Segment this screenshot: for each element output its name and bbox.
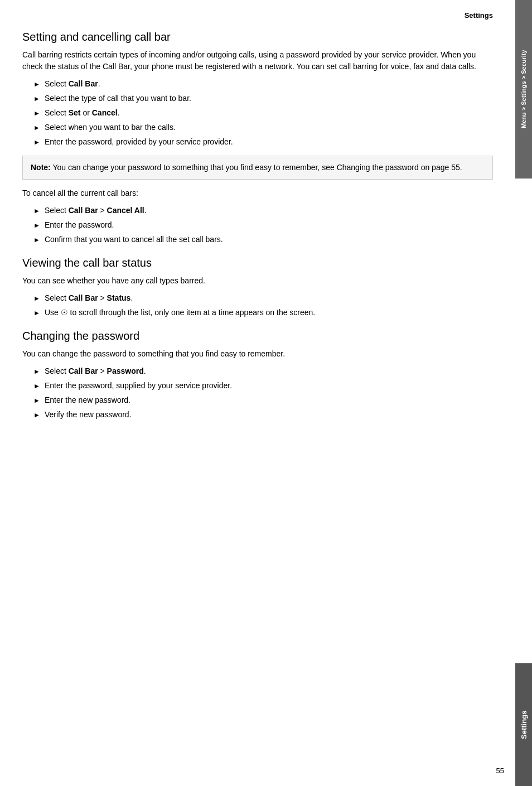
- bullet-arrow-icon: ►: [33, 367, 40, 377]
- section2-steps: ► Select Call Bar > Status. ► Use ☉ to s…: [33, 292, 493, 319]
- bullet-arrow-icon: ►: [33, 293, 40, 303]
- list-item: ► Confirm that you want to cancel all th…: [33, 234, 493, 245]
- bullet-arrow-icon: ►: [33, 206, 40, 216]
- bullet-arrow-icon: ►: [33, 94, 40, 104]
- step-text: Select when you want to bar the calls.: [45, 122, 176, 133]
- list-item: ► Select Call Bar > Status.: [33, 292, 493, 304]
- step-text: Confirm that you want to cancel all the …: [45, 234, 223, 245]
- bullet-arrow-icon: ►: [33, 108, 40, 118]
- bullet-arrow-icon: ►: [33, 79, 40, 89]
- bullet-arrow-icon: ►: [33, 220, 40, 230]
- step-text: Enter the password.: [45, 219, 114, 231]
- step-text: Select Set or Cancel.: [45, 107, 120, 119]
- section3-steps: ► Select Call Bar > Password. ► Enter th…: [33, 365, 493, 421]
- list-item: ► Select Call Bar > Cancel All.: [33, 205, 493, 216]
- bullet-arrow-icon: ►: [33, 123, 40, 133]
- bullet-arrow-icon: ►: [33, 308, 40, 318]
- tab-top-label: Menu > Settings > Security: [520, 50, 527, 129]
- note-box: Note: You can change your password to so…: [22, 156, 493, 180]
- step-text: Select Call Bar.: [45, 78, 100, 90]
- section1-steps: ► Select Call Bar. ► Select the type of …: [33, 78, 493, 148]
- list-item: ► Verify the new password.: [33, 409, 493, 421]
- list-item: ► Select when you want to bar the calls.: [33, 122, 493, 133]
- bullet-arrow-icon: ►: [33, 410, 40, 420]
- section3-title: Changing the password: [22, 330, 493, 343]
- main-content: Settings Setting and cancelling call bar…: [0, 0, 515, 786]
- note-text: You can change your password to somethin…: [52, 163, 462, 172]
- right-tabs: Menu > Settings > Security Settings: [515, 0, 532, 786]
- list-item: ► Select Call Bar.: [33, 78, 493, 90]
- tab-bottom: Settings: [515, 663, 532, 786]
- cancel-intro: To cancel all the current call bars:: [22, 187, 493, 199]
- section2-title: Viewing the call bar status: [22, 257, 493, 269]
- step-text: Verify the new password.: [45, 409, 132, 421]
- list-item: ► Select the type of call that you want …: [33, 93, 493, 104]
- list-item: ► Select Call Bar > Password.: [33, 365, 493, 377]
- list-item: ► Use ☉ to scroll through the list, only…: [33, 307, 493, 319]
- tab-top: Menu > Settings > Security: [515, 0, 532, 179]
- step-text: Select Call Bar > Cancel All.: [45, 205, 147, 216]
- section2-intro: You can see whether you have any call ty…: [22, 275, 493, 287]
- bullet-arrow-icon: ►: [33, 396, 40, 406]
- step-text: Enter the new password.: [45, 394, 130, 406]
- step-text: Enter the password, provided by your ser…: [45, 136, 233, 148]
- section3-intro: You can change the password to something…: [22, 348, 493, 360]
- list-item: ► Enter the password, provided by your s…: [33, 136, 493, 148]
- bullet-arrow-icon: ►: [33, 381, 40, 391]
- header-title: Settings: [465, 11, 493, 20]
- page-container: Settings Setting and cancelling call bar…: [0, 0, 532, 786]
- list-item: ► Enter the password, supplied by your s…: [33, 380, 493, 392]
- step-text: Use ☉ to scroll through the list, only o…: [45, 307, 315, 319]
- section1-title: Setting and cancelling call bar: [22, 31, 493, 44]
- section1-intro: Call barring restricts certain types of …: [22, 49, 493, 73]
- step-text: Select the type of call that you want to…: [45, 93, 191, 104]
- joystick-icon: ☉: [61, 307, 68, 319]
- cancel-steps: ► Select Call Bar > Cancel All. ► Enter …: [33, 205, 493, 245]
- tab-bottom-label: Settings: [520, 710, 528, 739]
- list-item: ► Enter the new password.: [33, 394, 493, 406]
- page-header: Settings: [22, 11, 493, 20]
- page-number: 55: [496, 766, 504, 775]
- bullet-arrow-icon: ►: [33, 235, 40, 245]
- list-item: ► Enter the password.: [33, 219, 493, 231]
- bullet-arrow-icon: ►: [33, 137, 40, 147]
- step-text: Select Call Bar > Password.: [45, 365, 146, 377]
- step-text: Select Call Bar > Status.: [45, 292, 133, 304]
- step-text: Enter the password, supplied by your ser…: [45, 380, 232, 392]
- list-item: ► Select Set or Cancel.: [33, 107, 493, 119]
- note-label: Note:: [31, 163, 51, 172]
